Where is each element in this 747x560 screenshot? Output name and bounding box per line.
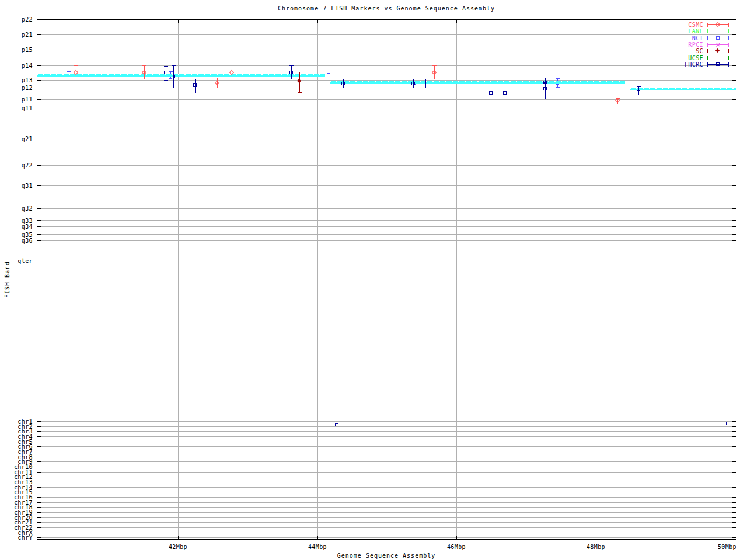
y-tick-label: q22 <box>0 163 33 168</box>
fhcrc-error-cap <box>543 99 547 99</box>
nci-error-cap <box>327 71 331 71</box>
y-tick <box>37 487 41 488</box>
legend-entry-fhcrc-sample-cap <box>707 62 708 66</box>
y-tick-right <box>732 527 736 528</box>
y-axis-title: FISH Band <box>4 245 11 315</box>
y-tick-right <box>732 477 736 477</box>
legend-entry-ucsf-sample-cap <box>707 56 708 60</box>
y-tick-right <box>732 139 736 139</box>
legend-entry-lanl-label: LANL <box>651 28 703 34</box>
nci-error-cap <box>415 79 419 79</box>
y-tick-label: q35 <box>0 232 33 237</box>
y-tick <box>37 502 41 503</box>
y-tick <box>37 497 41 498</box>
y-tick-label: p12 <box>0 85 33 90</box>
y-tick-label: chrY <box>0 535 33 540</box>
fhcrc-error-cap <box>489 99 493 99</box>
legend-entry-ucsf-label: UCSF <box>651 55 703 61</box>
y-tick <box>37 235 41 235</box>
fhcrc-marker <box>320 82 323 85</box>
nci-marker <box>327 73 330 76</box>
x-tick-bottom <box>456 536 457 539</box>
y-tick-right <box>732 537 736 538</box>
y-tick <box>37 457 41 457</box>
csmc-error-cap <box>142 79 146 79</box>
legend-entry-rpci-label: RPCI <box>651 41 703 48</box>
legend-entry-rpci-sample-cap <box>728 43 729 47</box>
fhcrc-error-cap <box>320 88 324 88</box>
y-tick-right <box>732 512 736 513</box>
y-tick <box>37 472 41 473</box>
fhcrc-marker <box>164 71 167 74</box>
y-tick <box>37 99 41 100</box>
fhcrc-error-cap <box>341 88 345 88</box>
fhcrc-marker <box>637 88 640 91</box>
y-tick <box>37 139 41 139</box>
y-tick <box>37 208 41 209</box>
fhcrc-marker <box>193 83 197 87</box>
x-axis-title: Genome Sequence Assembly <box>270 552 503 559</box>
legend-entry-nci-sample-cap <box>707 36 708 40</box>
assembly-band-p13 <box>37 74 325 77</box>
legend-entry-csmc-sample-cap <box>707 23 708 27</box>
nci-error-cap <box>67 79 71 79</box>
y-tick <box>37 88 41 88</box>
legend-entry-nci-label: NCI <box>651 35 703 41</box>
x-tick-label: 48Mbp <box>578 544 613 550</box>
x-tick-label: 50Mbp <box>701 544 736 550</box>
legend-entry-lanl-sample-cap <box>707 29 708 33</box>
y-tick-right <box>732 235 736 235</box>
x-tick-bottom <box>178 536 179 539</box>
y-tick <box>37 527 41 528</box>
y-tick-label: p13 <box>0 78 33 83</box>
y-tick-right <box>732 19 736 20</box>
fhcrc-error-cap <box>424 79 428 79</box>
legend-entry-ucsf-sample-cap <box>728 56 729 60</box>
csmc-error-cap <box>616 104 620 104</box>
y-tick <box>37 436 41 437</box>
y-tick <box>37 522 41 523</box>
legend-entry-sc-label: SC <box>651 48 703 54</box>
y-tick-right <box>732 165 736 166</box>
y-tick-right <box>732 421 736 422</box>
y-tick-right <box>732 226 736 227</box>
fhcrc-error-cap <box>489 86 493 86</box>
y-tick-right <box>732 108 736 108</box>
chart-title: Chromosome 7 FISH Markers vs Genome Sequ… <box>182 5 591 12</box>
plot-border <box>37 19 736 540</box>
legend-entry-fhcrc-marker <box>716 62 720 66</box>
y-tick <box>37 34 41 35</box>
csmc-error-cap <box>74 65 78 66</box>
csmc-error-cap <box>432 79 437 79</box>
fhcrc-marker <box>543 87 547 90</box>
nci-error-cap <box>556 87 560 88</box>
y-tick <box>37 482 41 482</box>
x-tick-bottom <box>317 536 318 539</box>
y-tick <box>37 426 41 427</box>
fhcrc-error-cap <box>289 79 294 79</box>
legend-entry-rpci-sample-cap <box>707 43 708 47</box>
fhcrc-marker <box>341 82 345 85</box>
legend-entry-fhcrc-sample-cap <box>728 62 729 66</box>
y-tick <box>37 165 41 166</box>
y-tick-right <box>732 492 736 492</box>
x-tick-label: 42Mbp <box>160 544 196 550</box>
legend-entry-fhcrc-label: FHCRC <box>651 61 703 68</box>
fhcrc-error-cap <box>503 99 507 99</box>
y-tick-right <box>732 482 736 482</box>
y-tick-right <box>732 220 736 221</box>
y-tick-label: q36 <box>0 238 33 243</box>
y-tick <box>37 240 41 241</box>
fhcrc-marker <box>503 91 507 94</box>
y-tick-right <box>732 487 736 488</box>
y-tick-label: q32 <box>0 206 33 211</box>
y-tick <box>37 261 41 261</box>
y-tick-right <box>732 80 736 80</box>
legend-entry-ucsf-marker <box>718 56 718 60</box>
y-tick-right <box>732 461 736 462</box>
legend-entry-csmc-label: CSMC <box>651 22 703 28</box>
fhcrc-error-cap <box>637 86 641 87</box>
y-tick-right <box>732 208 736 209</box>
y-tick-label: p11 <box>0 97 33 102</box>
fhcrc-marker <box>411 82 415 85</box>
